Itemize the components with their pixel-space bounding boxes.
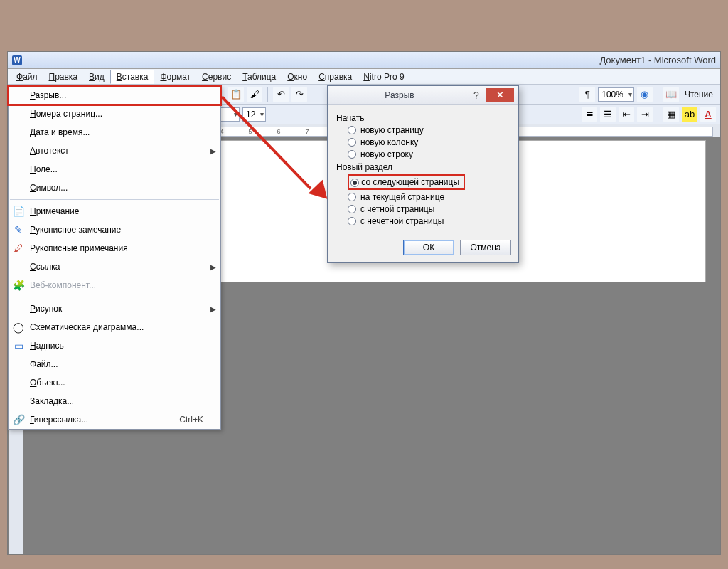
ink-note-icon: ✎ xyxy=(12,223,25,236)
radio-icon xyxy=(348,126,356,134)
menu-справка[interactable]: Справка xyxy=(313,70,358,83)
dialog-close-button[interactable]: ✕ xyxy=(486,88,514,102)
word-icon: W xyxy=(12,55,22,65)
radio-label: новую строку xyxy=(360,149,413,159)
note-icon: 📄 xyxy=(12,205,25,218)
menubar: ФайлПравкаВидВставкаФорматСервисТаблицаО… xyxy=(8,69,720,85)
menu-item-label: Ссылка xyxy=(30,262,60,272)
radio-option[interactable]: новую страницу xyxy=(348,125,510,135)
group-section-label: Новый раздел xyxy=(336,162,510,172)
dialog-help-button[interactable]: ? xyxy=(467,90,486,101)
menu-item[interactable]: ▭Надпись xyxy=(9,336,220,355)
radio-option[interactable]: новую колонку xyxy=(348,137,510,147)
menu-item[interactable]: Дата и время... xyxy=(9,123,220,142)
menu-item[interactable]: 🔗Гиперссылка...Ctrl+K xyxy=(9,410,220,429)
break-dialog: Разрыв ? ✕ Начать новую страницуновую ко… xyxy=(327,85,519,263)
zoom-combo[interactable]: 100% xyxy=(598,87,634,102)
undo-icon[interactable]: ↶ xyxy=(273,87,289,102)
menu-item[interactable]: Автотекст▶ xyxy=(9,142,220,160)
menu-item[interactable]: ◯Схематическая диаграмма... xyxy=(9,318,220,336)
titlebar: W Документ1 - Microsoft Word xyxy=(8,52,720,69)
menu-вид[interactable]: Вид xyxy=(83,70,110,83)
menu-item[interactable]: Файл... xyxy=(9,355,220,373)
menu-item[interactable]: Разрыв... xyxy=(9,86,220,105)
menu-item-label: Закладка... xyxy=(30,396,74,406)
menu-item-label: Надпись xyxy=(30,341,64,351)
menu-item-label: Схематическая диаграмма... xyxy=(30,322,144,332)
bullets-icon[interactable]: ≣ xyxy=(582,107,597,122)
font-color-icon[interactable]: A xyxy=(700,107,716,122)
ink-icon: 🖊 xyxy=(12,242,25,255)
menu-вставка[interactable]: Вставка xyxy=(110,70,155,84)
radio-option[interactable]: с четной страницы xyxy=(348,204,510,214)
menu-окно[interactable]: Окно xyxy=(282,70,313,83)
menu-item-label: Рукописные примечания xyxy=(30,243,128,253)
radio-icon xyxy=(350,179,359,187)
insert-menu-dropdown: Разрыв...Номера страниц...Дата и время..… xyxy=(8,85,221,430)
redo-icon[interactable]: ↷ xyxy=(291,87,307,102)
menu-item-label: Объект... xyxy=(30,378,65,388)
radio-option[interactable]: с нечетной страницы xyxy=(348,216,510,226)
link-icon: 🔗 xyxy=(12,413,25,426)
dialog-titlebar: Разрыв ? ✕ xyxy=(328,86,518,105)
menu-item[interactable]: Объект... xyxy=(9,373,220,392)
radio-icon xyxy=(348,217,356,225)
menu-item-label: Рукописное замечание xyxy=(30,225,121,235)
borders-icon[interactable]: ▦ xyxy=(663,107,679,122)
zoom-value: 100% xyxy=(601,90,623,100)
menu-таблица[interactable]: Таблица xyxy=(237,70,282,83)
menu-item[interactable]: 📄Примечание xyxy=(9,202,220,220)
pilcrow-icon[interactable]: ¶ xyxy=(579,87,595,102)
radio-label: со следующей страницы xyxy=(361,177,459,187)
chevron-right-icon: ▶ xyxy=(210,147,216,155)
numbering-icon[interactable]: ☰ xyxy=(600,107,616,122)
menu-item-label: Символ... xyxy=(30,183,68,193)
menu-правка[interactable]: Правка xyxy=(43,70,84,83)
increase-indent-icon[interactable]: ⇥ xyxy=(637,107,653,122)
menu-item[interactable]: 🖊Рукописные примечания xyxy=(9,239,220,257)
selected-radio-highlight: со следующей страницы xyxy=(348,174,465,190)
menu-item-label: Автотекст xyxy=(30,146,69,156)
reading-icon: 📖 xyxy=(663,87,679,102)
radio-label: новую страницу xyxy=(360,125,424,135)
radio-label: с четной страницы xyxy=(360,204,434,214)
highlight-icon[interactable]: ab xyxy=(682,107,697,122)
paste-icon[interactable]: 📋 xyxy=(228,87,244,102)
web-icon: 🧩 xyxy=(12,279,25,292)
ok-button[interactable]: ОК xyxy=(403,240,454,255)
radio-option[interactable]: со следующей страницы xyxy=(348,174,510,190)
chevron-right-icon: ▶ xyxy=(210,263,216,271)
radio-icon xyxy=(348,193,356,201)
help-icon[interactable]: ◉ xyxy=(637,87,653,102)
group-begin-label: Начать xyxy=(336,113,510,123)
reading-label[interactable]: Чтение xyxy=(682,90,716,100)
radio-icon xyxy=(348,150,356,159)
menu-item[interactable]: Символ... xyxy=(9,179,220,197)
menu-item[interactable]: Номера страниц... xyxy=(9,105,220,123)
format-painter-icon[interactable]: 🖌 xyxy=(247,87,262,102)
menu-item[interactable]: Поле... xyxy=(9,160,220,179)
menu-item-label: Поле... xyxy=(30,164,58,174)
radio-option[interactable]: на текущей странице xyxy=(348,192,510,202)
textbox-icon: ▭ xyxy=(12,339,25,352)
menu-item[interactable]: Рисунок▶ xyxy=(9,299,220,318)
menu-item-label: Гиперссылка... xyxy=(30,415,88,425)
radio-option[interactable]: новую строку xyxy=(348,149,510,159)
menu-item-label: Разрыв... xyxy=(30,90,66,100)
menu-формат[interactable]: Формат xyxy=(154,70,196,83)
radio-icon xyxy=(348,138,356,147)
cancel-button[interactable]: Отмена xyxy=(460,240,511,255)
menu-nitro pro 9[interactable]: Nitro Pro 9 xyxy=(358,70,410,83)
menu-сервис[interactable]: Сервис xyxy=(196,70,237,83)
menu-shortcut: Ctrl+K xyxy=(179,415,203,425)
menu-item[interactable]: ✎Рукописное замечание xyxy=(9,220,220,239)
chevron-right-icon: ▶ xyxy=(210,305,216,313)
decrease-indent-icon[interactable]: ⇤ xyxy=(619,107,634,122)
menu-item-label: Файл... xyxy=(30,359,58,369)
menu-item[interactable]: Закладка... xyxy=(9,392,220,410)
menu-файл[interactable]: Файл xyxy=(11,70,43,83)
radio-label: с нечетной страницы xyxy=(360,216,444,226)
diagram-icon: ◯ xyxy=(12,321,25,334)
menu-item[interactable]: Ссылка▶ xyxy=(9,257,220,276)
fontsize-value: 12 xyxy=(246,110,255,119)
